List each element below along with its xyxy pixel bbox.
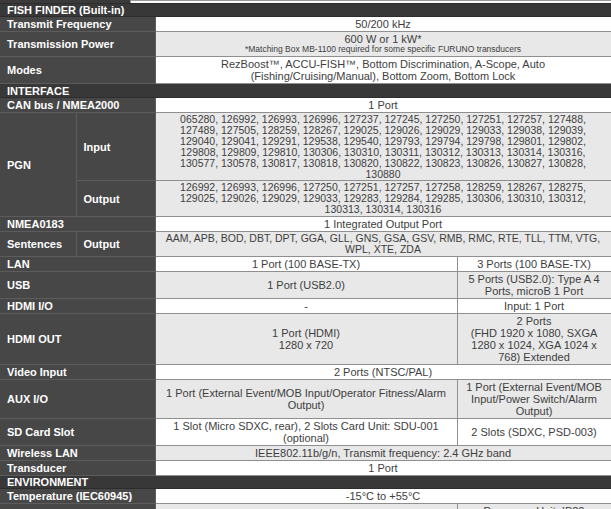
value-temperature: -15°C to +55°C (155, 488, 611, 503)
hdmi-out-left-line1: 1 Port (HDMI) (160, 327, 453, 339)
row-pgn-output: Output 126992, 126993, 126996, 127250, 1… (0, 181, 611, 217)
cropped-previous-row-value (130, 0, 611, 3)
value-lan-left: 1 Port (100 BASE-TX) (155, 256, 457, 271)
value-hdmi-out-left: 1 Port (HDMI) 1280 x 720 (155, 313, 457, 364)
row-temperature: Temperature (IEC60945) -15°C to +55°C (0, 488, 611, 503)
row-sentences: Sentences Output AAM, APB, BOD, DBT, DPT… (0, 232, 611, 257)
label-sentences-output: Output (76, 232, 155, 257)
label-transmission-power: Transmission Power (0, 32, 155, 57)
section-row-interface: INTERFACE (0, 84, 611, 98)
label-usb: USB (0, 271, 155, 298)
row-lan: LAN 1 Port (100 BASE-TX) 3 Ports (100 BA… (0, 256, 611, 271)
row-transmit-frequency: Transmit Frequency 50/200 kHz (0, 17, 611, 32)
value-aux-io-right: 1 Port (External Event/MOB Input/Power S… (457, 379, 611, 418)
row-sd-card-slot: SD Card Slot 1 Slot (Micro SDXC, rear), … (0, 418, 611, 445)
value-hdmi-out-right: 2 Ports (FHD 1920 x 1080, SXGA 1280 x 10… (457, 313, 611, 364)
waterproofing-right-line1: Processor Unit: IP22 (462, 505, 607, 509)
label-hdmi-out: HDMI OUT (0, 313, 155, 364)
label-sentences: Sentences (0, 232, 76, 257)
row-video-input: Video Input 2 Ports (NTSC/PAL) (0, 364, 611, 379)
value-usb-right: 5 Ports (USB2.0): Type A 4 Ports, microB… (457, 271, 611, 298)
label-transmit-frequency: Transmit Frequency (0, 17, 155, 32)
value-modes: RezBoost™, ACCU-FISH™, Bottom Discrimina… (155, 57, 611, 84)
label-pgn: PGN (0, 113, 76, 217)
value-aux-io-left: 1 Port (External Event/MOB Input/Operato… (155, 379, 457, 418)
section-row-environment: ENVIRONMENT (0, 475, 611, 488)
value-lan-right: 3 Ports (100 BASE-TX) (457, 256, 611, 271)
value-sd-card-slot-right: 2 Slots (SDXC, PSD-003) (457, 418, 611, 445)
row-transmission-power: Transmission Power 600 W or 1 kW* *Match… (0, 32, 611, 57)
row-hdmi-io: HDMI I/O - Input: 1 Port (0, 298, 611, 313)
section-header-environment: ENVIRONMENT (0, 475, 611, 488)
cropped-previous-row-label (0, 0, 130, 3)
value-sd-card-slot-left: 1 Slot (Micro SDXC, rear), 2 Slots Card … (155, 418, 457, 445)
label-nmea0183: NMEA0183 (0, 217, 155, 232)
row-nmea0183: NMEA0183 1 Integrated Output Port (0, 217, 611, 232)
row-usb: USB 1 Port (USB2.0) 5 Ports (USB2.0): Ty… (0, 271, 611, 298)
hdmi-out-right-line1: 2 Ports (462, 315, 607, 327)
transmission-power-note: *Matching Box MB-1100 required for some … (160, 45, 607, 55)
label-pgn-input: Input (76, 113, 155, 181)
row-waterproofing: Waterproofing IP56 Processor Unit: IP22 … (0, 503, 611, 509)
value-waterproofing-right: Processor Unit: IP22 Switch Box: IP56 (f… (457, 503, 611, 509)
row-transducer: Transducer 1 Port (0, 460, 611, 475)
label-video-input: Video Input (0, 364, 155, 379)
value-hdmi-io-right: Input: 1 Port (457, 298, 611, 313)
row-modes: Modes RezBoost™, ACCU-FISH™, Bottom Disc… (0, 57, 611, 84)
specification-sheet: FISH FINDER (Built-in) Transmit Frequenc… (0, 0, 611, 509)
value-video-input: 2 Ports (NTSC/PAL) (155, 364, 611, 379)
value-sentences: AAM, APB, BOD, DBT, DPT, GGA, GLL, GNS, … (155, 232, 611, 257)
row-can-bus: CAN bus / NMEA2000 1 Port (0, 98, 611, 113)
specifications-table: FISH FINDER (Built-in) Transmit Frequenc… (0, 3, 611, 509)
label-aux-io: AUX I/O (0, 379, 155, 418)
row-pgn-input: PGN Input 065280, 126992, 126993, 126996… (0, 113, 611, 181)
label-wireless-lan: Wireless LAN (0, 445, 155, 460)
label-transducer: Transducer (0, 460, 155, 475)
hdmi-out-right-line2: (FHD 1920 x 1080, SXGA 1280 x 1024, XGA … (462, 327, 607, 363)
label-lan: LAN (0, 256, 155, 271)
section-header-fish-finder: FISH FINDER (Built-in) (0, 4, 611, 17)
row-hdmi-out: HDMI OUT 1 Port (HDMI) 1280 x 720 2 Port… (0, 313, 611, 364)
label-sd-card-slot: SD Card Slot (0, 418, 155, 445)
row-wireless-lan: Wireless LAN IEEE802.11b/g/n, Transmit f… (0, 445, 611, 460)
label-modes: Modes (0, 57, 155, 84)
value-usb-left: 1 Port (USB2.0) (155, 271, 457, 298)
section-header-interface: INTERFACE (0, 84, 611, 98)
label-waterproofing: Waterproofing (0, 503, 155, 509)
value-pgn-output: 126992, 126993, 126996, 127250, 127251, … (155, 181, 611, 217)
value-nmea0183: 1 Integrated Output Port (155, 217, 611, 232)
label-hdmi-io: HDMI I/O (0, 298, 155, 313)
value-hdmi-io-left: - (155, 298, 457, 313)
label-can-bus: CAN bus / NMEA2000 (0, 98, 155, 113)
value-wireless-lan: IEEE802.11b/g/n, Transmit frequency: 2.4… (155, 445, 611, 460)
section-row-fish-finder: FISH FINDER (Built-in) (0, 4, 611, 17)
row-aux-io: AUX I/O 1 Port (External Event/MOB Input… (0, 379, 611, 418)
hdmi-out-left-line2: 1280 x 720 (160, 339, 453, 351)
value-can-bus: 1 Port (155, 98, 611, 113)
value-transducer: 1 Port (155, 460, 611, 475)
value-transmit-frequency: 50/200 kHz (155, 17, 611, 32)
value-pgn-input: 065280, 126992, 126993, 126996, 127237, … (155, 113, 611, 181)
label-temperature: Temperature (IEC60945) (0, 488, 155, 503)
value-waterproofing-left: IP56 (155, 503, 457, 509)
value-transmission-power: 600 W or 1 kW* *Matching Box MB-1100 req… (155, 32, 611, 57)
label-pgn-output: Output (76, 181, 155, 217)
cropped-previous-row (0, 0, 611, 3)
